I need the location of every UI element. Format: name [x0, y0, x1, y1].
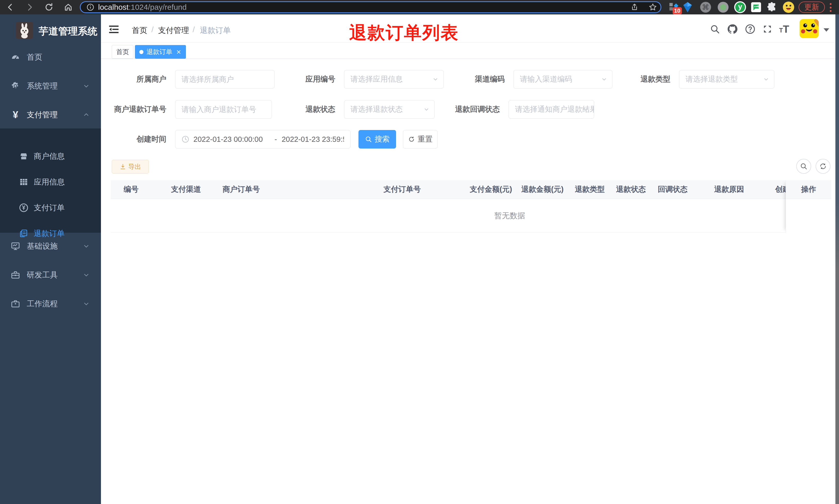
chevron-down-icon [583, 106, 589, 113]
sidebar-item-workflow[interactable]: 工作流程 [0, 289, 101, 318]
col-header-refund-status: 退款状态 [610, 184, 651, 195]
merchant-input[interactable] [175, 70, 274, 89]
field-create-time: 创建时间 2022-01-23 00:00:00 - 2022-01-23 23… [103, 130, 351, 148]
sidebar-submenu-pay: 商户信息 应用信息 支付订单 退款订单 [0, 128, 101, 233]
sidebar-item-label: 系统管理 [27, 81, 58, 91]
sidebar-item-pay[interactable]: ¥ 支付管理 [0, 101, 101, 129]
placeholder-text: 请选择退款类型 [685, 74, 738, 85]
sidebar: 芋道管理系统 首页 系统管理 ¥ 支付管理 [0, 14, 101, 504]
export-button[interactable]: 导出 [112, 160, 149, 174]
field-label: 创建时间 [103, 134, 166, 144]
bookmark-star-icon[interactable] [648, 3, 657, 12]
extension-recorder-icon[interactable] [717, 1, 729, 13]
col-header-refund-reason: 退款原因 [708, 184, 769, 195]
table-empty-row: 暂无数据 [111, 199, 831, 233]
sidebar-item-label: 工作流程 [27, 299, 58, 309]
breadcrumb-home[interactable]: 首页 [132, 25, 147, 36]
extension-command-icon[interactable]: ⌘ [699, 1, 712, 13]
small-t-glyph: T [779, 27, 783, 34]
chevron-down-icon [83, 243, 90, 249]
window-scrollbar[interactable] [835, 14, 839, 504]
app-title: 芋道管理系统 [39, 25, 97, 38]
browser-update-button[interactable]: 更新 [799, 2, 825, 13]
extension-chat-icon[interactable] [750, 1, 762, 13]
placeholder-text: 请输入渠道编码 [520, 74, 572, 85]
field-merchant: 所属商户 [103, 70, 274, 89]
sidebar-item-app-info[interactable]: 应用信息 [0, 169, 101, 195]
sidebar-item-dev-tools[interactable]: 研发工具 [0, 260, 101, 289]
sidebar-item-home[interactable]: 首页 [0, 43, 101, 72]
home-icon[interactable] [63, 2, 73, 12]
sidebar-item-label: 支付管理 [27, 110, 58, 120]
tag-refund-order[interactable]: 退款订单 [135, 45, 186, 59]
date-end-value: 2022-01-23 23:59:59 [282, 135, 344, 144]
close-icon[interactable] [176, 49, 181, 55]
extension-kite-icon[interactable] [681, 1, 694, 13]
extension-y-icon[interactable]: y [734, 1, 746, 13]
back-icon[interactable] [5, 2, 15, 12]
profile-emoji-icon[interactable] [782, 1, 795, 13]
browser-menu-icon[interactable] [830, 3, 832, 12]
share-icon[interactable] [630, 3, 639, 11]
refund-type-select[interactable]: 请选择退款类型 [679, 70, 774, 89]
search-label: 搜索 [375, 134, 390, 144]
tags-view-bar [101, 43, 839, 59]
site-info-icon[interactable] [86, 3, 94, 11]
date-start-value: 2022-01-23 00:00:00 [193, 135, 270, 144]
refresh-button[interactable] [816, 159, 831, 174]
github-icon[interactable] [727, 23, 738, 35]
sidebar-collapse-icon[interactable] [108, 24, 120, 35]
fixed-action-column: 操作 [786, 180, 831, 233]
placeholder-text: 请选择退款状态 [351, 104, 403, 114]
sidebar-item-label: 应用信息 [34, 177, 65, 187]
font-size-icon[interactable]: TT [778, 23, 790, 35]
extension-tab-manager-icon[interactable]: 10 [667, 1, 680, 13]
breadcrumb-pay[interactable]: 支付管理 [158, 25, 189, 36]
help-icon[interactable] [744, 23, 756, 35]
merchant-input-control[interactable] [181, 75, 268, 84]
sidebar-item-merchant-info[interactable]: 商户信息 [0, 143, 101, 169]
export-label: 导出 [128, 162, 141, 171]
sidebar-item-infra[interactable]: 基础设施 [0, 232, 101, 260]
clock-icon [181, 136, 189, 143]
channel-code-select[interactable]: 请输入渠道编码 [514, 70, 612, 89]
field-notify-status: 退款回调状态 请选择通知商户退款结果的 [412, 100, 594, 119]
screen: localhost:1024/pay/refund 10 ⌘ y [0, 0, 839, 504]
avatar-caret-icon[interactable] [824, 28, 829, 32]
active-dot [139, 50, 143, 54]
fullscreen-icon[interactable] [762, 23, 773, 35]
date-range-picker[interactable]: 2022-01-23 00:00:00 - 2022-01-23 23:59:5… [175, 130, 351, 148]
sidebar-item-pay-order[interactable]: 支付订单 [0, 195, 101, 221]
user-avatar[interactable] [800, 19, 819, 38]
merchant-refund-no-input[interactable] [175, 100, 272, 119]
dashboard-icon [10, 52, 21, 62]
coin-yen-icon [19, 203, 29, 213]
header-search-icon[interactable] [709, 23, 721, 35]
date-separator: - [270, 135, 282, 144]
sidebar-item-system[interactable]: 系统管理 [0, 72, 101, 101]
store-icon [19, 151, 29, 161]
breadcrumb-separator: / [193, 25, 195, 34]
forward-icon[interactable] [24, 2, 35, 12]
chevron-down-icon [83, 272, 90, 278]
merchant-refund-no-input-control[interactable] [181, 105, 266, 114]
col-header-channel: 支付渠道 [165, 184, 216, 195]
notify-status-select[interactable]: 请选择通知商户退款结果的 [508, 100, 594, 119]
extensions-puzzle-icon[interactable] [766, 1, 778, 13]
search-button[interactable]: 搜索 [358, 130, 396, 148]
col-header-pay-amount: 支付金额(元) [464, 184, 515, 195]
toggle-search-button[interactable] [796, 159, 811, 174]
col-header-pay-order: 支付订单号 [377, 184, 464, 195]
monitor-icon [10, 241, 21, 251]
tag-label: 首页 [116, 48, 129, 56]
url-host: localhost [98, 3, 128, 11]
tag-home[interactable]: 首页 [112, 45, 133, 59]
app-no-select[interactable]: 请选择应用信息 [344, 70, 444, 89]
url-bar[interactable]: localhost:1024/pay/refund [80, 1, 661, 13]
reload-icon[interactable] [44, 2, 54, 12]
reset-button[interactable]: 重置 [403, 130, 438, 148]
extension-badge: 10 [673, 7, 682, 14]
chevron-up-icon [83, 111, 90, 118]
field-label: 渠道编码 [438, 74, 505, 85]
briefcase-icon [10, 299, 21, 309]
